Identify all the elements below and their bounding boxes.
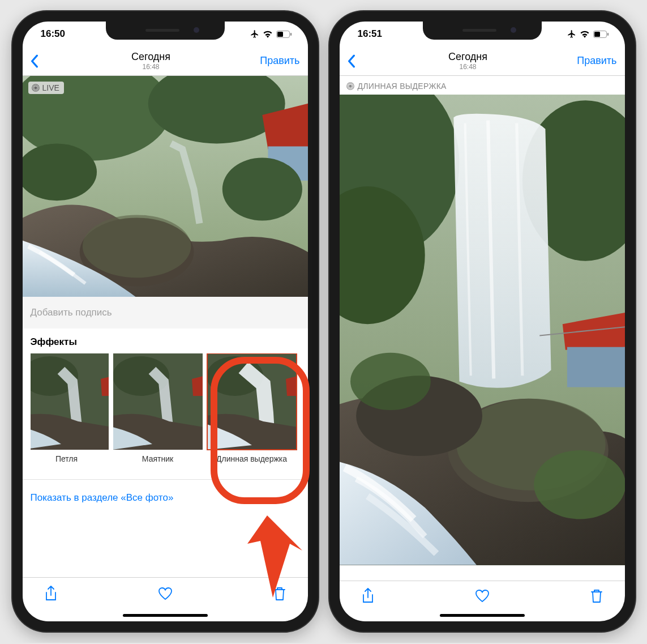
effect-long-exposure[interactable]: Длинная выдержка (207, 353, 297, 463)
live-icon (32, 84, 40, 92)
delete-button[interactable] (268, 586, 291, 601)
bottom-toolbar (340, 581, 625, 610)
status-indicators (250, 29, 292, 39)
share-button[interactable] (40, 586, 62, 602)
back-button[interactable] (31, 54, 53, 68)
phone-left: 16:50 Сегодня 16:48 Править LIVE (12, 11, 318, 632)
nav-bar: Сегодня 16:48 Править (23, 46, 308, 76)
live-icon (346, 82, 354, 90)
waterfall-photo (23, 76, 308, 297)
effects-row[interactable]: Петля Маятник Длинная выдержка (31, 353, 300, 463)
battery-icon (276, 31, 292, 38)
svg-rect-21 (594, 32, 600, 37)
phone-right: 16:51 Сегодня 16:48 Править ДЛИННАЯ ВЫДЕ… (329, 11, 635, 632)
svg-point-11 (82, 215, 191, 278)
svg-point-13 (222, 158, 302, 221)
edit-button[interactable]: Править (566, 55, 617, 67)
bottom-toolbar (23, 577, 308, 609)
notch (423, 22, 542, 40)
effect-bounce[interactable]: Маятник (113, 353, 203, 463)
trash-icon (273, 586, 286, 601)
wifi-icon (580, 30, 590, 38)
svg-rect-2 (290, 33, 292, 36)
status-time: 16:51 (358, 28, 382, 40)
home-indicator[interactable] (340, 610, 625, 621)
nav-bar: Сегодня 16:48 Править (340, 46, 625, 76)
svg-rect-1 (277, 32, 283, 37)
favorite-button[interactable] (471, 589, 494, 603)
airplane-icon (567, 29, 576, 39)
share-icon (45, 586, 57, 602)
effect-label: Петля (31, 454, 109, 463)
svg-point-35 (534, 450, 625, 519)
caption-input[interactable]: Добавить подпись (23, 297, 308, 329)
chevron-left-icon (348, 54, 355, 68)
heart-icon (158, 587, 173, 600)
trash-icon (590, 588, 603, 603)
nav-subtitle: 16:48 (53, 63, 249, 71)
nav-title: Сегодня (53, 51, 249, 63)
photo-main[interactable] (340, 95, 625, 565)
effect-loop[interactable]: Петля (31, 353, 109, 463)
heart-icon (475, 589, 490, 603)
effects-heading: Эффекты (31, 336, 300, 348)
effect-label: Длинная выдержка (207, 454, 297, 463)
nav-subtitle: 16:48 (370, 63, 566, 71)
status-indicators (567, 29, 609, 39)
notch (106, 22, 225, 40)
share-button[interactable] (357, 588, 379, 604)
edit-button[interactable]: Править (249, 55, 300, 67)
svg-point-3 (34, 87, 36, 89)
status-time: 16:50 (41, 28, 65, 40)
svg-point-36 (350, 353, 431, 410)
delete-button[interactable] (585, 588, 608, 603)
favorite-button[interactable] (154, 587, 177, 600)
show-all-photos-link[interactable]: Показать в разделе «Все фото» (31, 492, 174, 503)
svg-rect-22 (607, 33, 609, 36)
wifi-icon (263, 30, 273, 38)
photo-main[interactable]: LIVE (23, 76, 308, 297)
live-badge: LIVE (28, 82, 64, 94)
svg-rect-30 (567, 347, 624, 387)
effect-label: Маятник (113, 454, 203, 463)
back-button[interactable] (348, 54, 370, 68)
nav-title: Сегодня (370, 51, 566, 63)
share-icon (362, 588, 374, 604)
waterfall-long-exposure-photo (340, 95, 625, 565)
battery-icon (593, 31, 609, 38)
airplane-icon (250, 29, 259, 39)
home-indicator[interactable] (23, 609, 308, 621)
chevron-left-icon (31, 54, 38, 68)
long-exposure-badge: ДЛИННАЯ ВЫДЕРЖКА (346, 82, 447, 91)
svg-point-23 (349, 85, 351, 87)
